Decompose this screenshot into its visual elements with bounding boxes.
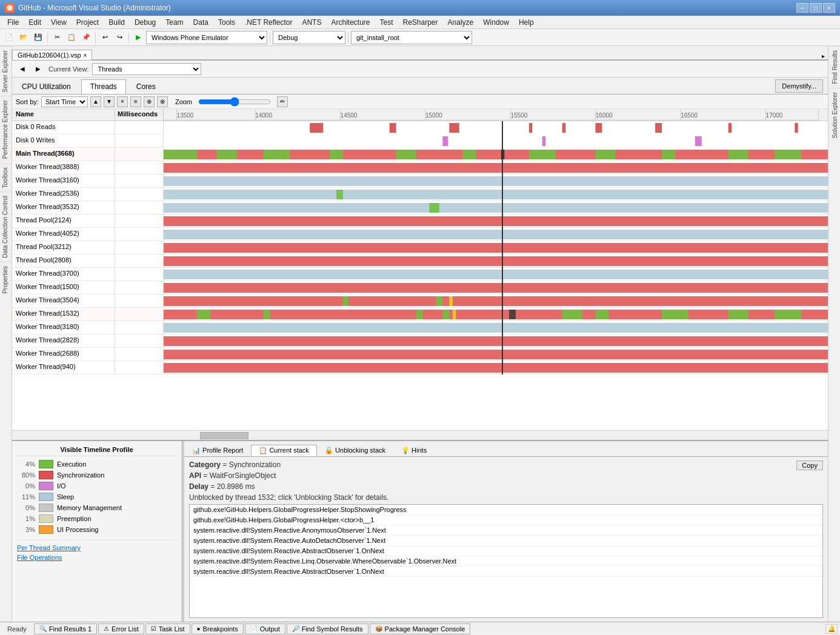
maximize-btn[interactable]: □	[810, 3, 822, 13]
sort-dropdown[interactable]: Start Time	[41, 96, 88, 107]
menu-edit[interactable]: Edit	[24, 17, 46, 28]
doc-tab-close[interactable]: ×	[84, 52, 87, 59]
thread-timeline[interactable]	[164, 241, 828, 254]
tab-threads[interactable]: Threads	[81, 79, 126, 94]
notifications-icon[interactable]: 🔔	[825, 624, 838, 634]
thread-timeline[interactable]	[164, 308, 828, 321]
tab-unblocking-stack[interactable]: 🔓 Unblocking stack	[317, 445, 393, 456]
cut-btn[interactable]: ✂	[50, 31, 64, 44]
menu-team[interactable]: Team	[161, 17, 188, 28]
sidebar-data-collection[interactable]: Data Collection Control	[0, 191, 12, 262]
thread-timeline[interactable]	[164, 294, 828, 308]
menu-help[interactable]: Help	[514, 17, 539, 28]
save-btn[interactable]: 💾	[32, 31, 45, 44]
sidebar-toolbox[interactable]: Toolbox	[0, 163, 12, 191]
emulator-dropdown[interactable]: Windows Phone Emulator	[146, 31, 267, 44]
thread-timeline[interactable]	[164, 334, 828, 348]
sidebar-perf-explorer[interactable]: Performance Explorer	[0, 96, 12, 162]
hscroll-thumb[interactable]	[200, 432, 248, 439]
tab-cpu-utilization[interactable]: CPU Utilization	[13, 79, 80, 94]
sidebar-properties[interactable]: Properties	[0, 262, 12, 298]
menu-view[interactable]: View	[46, 17, 72, 28]
back-btn[interactable]: ◀	[16, 62, 29, 76]
fwd-btn[interactable]: ▶	[32, 62, 45, 76]
status-tab-pkg-mgr[interactable]: 📦 Package Manager Console	[370, 623, 471, 634]
per-thread-summary-link[interactable]: Per Thread Summary	[15, 543, 179, 553]
thread-timeline[interactable]	[164, 148, 828, 161]
menu-window[interactable]: Window	[478, 17, 514, 28]
menu-project[interactable]: Project	[72, 17, 104, 28]
tab-cores[interactable]: Cores	[127, 79, 165, 94]
thread-timeline[interactable]	[164, 214, 828, 228]
sidebar-server-explorer[interactable]: Server Explorer	[0, 46, 12, 96]
call-stack-row[interactable]: system.reactive.dll!System.Reactive.Linq…	[190, 556, 822, 567]
thread-timeline[interactable]	[164, 228, 828, 241]
doc-tab-vsp[interactable]: GitHub120604(1).vsp ×	[12, 50, 92, 60]
thread-timeline[interactable]	[164, 188, 828, 201]
status-tab-find-results[interactable]: 🔍 Find Results 1	[34, 623, 97, 634]
status-tab-error-list[interactable]: ⚠ Error List	[98, 623, 144, 634]
menu-build[interactable]: Build	[104, 17, 130, 28]
project-dropdown[interactable]: git_install_root	[351, 31, 472, 44]
call-stack-row[interactable]: github.exe!GitHub.Helpers.GlobalProgress…	[190, 505, 822, 515]
status-tab-task-list[interactable]: ☑ Task List	[145, 623, 190, 634]
call-stack-row[interactable]: github.exe!GitHub.Helpers.GlobalProgress…	[190, 515, 822, 525]
open-btn[interactable]: 📂	[17, 31, 30, 44]
call-stack-row[interactable]: system.reactive.dll!System.Reactive.Auto…	[190, 536, 822, 546]
thread-timeline[interactable]	[164, 268, 828, 281]
menu-net-reflector[interactable]: .NET Reflector	[240, 17, 297, 28]
call-stack-row[interactable]: system.reactive.dll!System.Reactive.Anon…	[190, 525, 822, 536]
thread-timeline[interactable]	[164, 201, 828, 214]
status-tab-find-symbol[interactable]: 🔎 Find Symbol Results	[287, 623, 368, 634]
copy-btn-tb[interactable]: 📋	[65, 31, 78, 44]
sort-btn6[interactable]: ⊗	[157, 96, 168, 107]
menu-ants[interactable]: ANTS	[297, 17, 326, 28]
menu-resharper[interactable]: ReSharper	[398, 17, 443, 28]
thread-timeline[interactable]	[164, 135, 828, 148]
menu-test[interactable]: Test	[375, 17, 398, 28]
config-dropdown[interactable]: Debug	[273, 31, 345, 44]
thread-timeline[interactable]	[164, 175, 828, 188]
zoom-slider[interactable]	[198, 97, 271, 107]
edit-btn[interactable]: ✏	[277, 96, 288, 107]
status-tab-output[interactable]: 📄 Output	[245, 623, 285, 634]
menu-debug[interactable]: Debug	[130, 17, 161, 28]
copy-button[interactable]: Copy	[796, 460, 823, 470]
menu-data[interactable]: Data	[188, 17, 213, 28]
thread-timeline[interactable]	[164, 161, 828, 175]
minimize-btn[interactable]: ─	[796, 3, 808, 13]
thread-timeline[interactable]	[164, 348, 828, 361]
thread-timeline[interactable]	[164, 121, 828, 135]
thread-timeline[interactable]	[164, 361, 828, 374]
sort-btn3[interactable]: ×	[117, 96, 128, 107]
redo-btn[interactable]: ↪	[113, 31, 126, 44]
tab-hints[interactable]: 💡 Hints	[393, 445, 435, 456]
sidebar-find-results[interactable]: Find Results	[828, 46, 840, 88]
doc-tab-scroll[interactable]: ▸	[818, 53, 828, 60]
file-operations-link[interactable]: File Operations	[15, 553, 179, 562]
thread-timeline[interactable]	[164, 281, 828, 294]
undo-btn[interactable]: ↩	[98, 31, 112, 44]
sort-asc-btn[interactable]: ▲	[90, 96, 101, 107]
sort-desc-btn[interactable]: ▼	[104, 96, 115, 107]
tab-current-stack[interactable]: 📋 Current stack	[251, 445, 316, 456]
thread-timeline[interactable]	[164, 321, 828, 334]
menu-tools[interactable]: Tools	[213, 17, 240, 28]
menu-analyze[interactable]: Analyze	[443, 17, 479, 28]
close-btn[interactable]: ×	[823, 3, 835, 13]
status-tab-breakpoints[interactable]: ● Breakpoints	[192, 623, 244, 634]
sort-btn4[interactable]: ≡	[130, 96, 141, 107]
call-stack-row[interactable]: system.reactive.dll!System.Reactive.Abst…	[190, 567, 822, 577]
demystify-button[interactable]: Demystify...	[775, 79, 823, 93]
menu-file[interactable]: File	[2, 17, 24, 28]
paste-btn[interactable]: 📌	[79, 31, 93, 44]
run-btn[interactable]: ▶	[132, 31, 145, 44]
menu-architecture[interactable]: Architecture	[326, 17, 375, 28]
tab-profile-report[interactable]: 📊 Profile Report	[184, 445, 251, 456]
current-view-dropdown[interactable]: Threads	[92, 63, 201, 75]
call-stack-row[interactable]: system.reactive.dll!System.Reactive.Abst…	[190, 546, 822, 556]
sort-btn5[interactable]: ⊕	[144, 96, 155, 107]
thread-timeline[interactable]	[164, 254, 828, 268]
new-btn[interactable]: 📄	[2, 31, 16, 44]
sidebar-solution-explorer[interactable]: Solution Explorer	[828, 88, 840, 142]
